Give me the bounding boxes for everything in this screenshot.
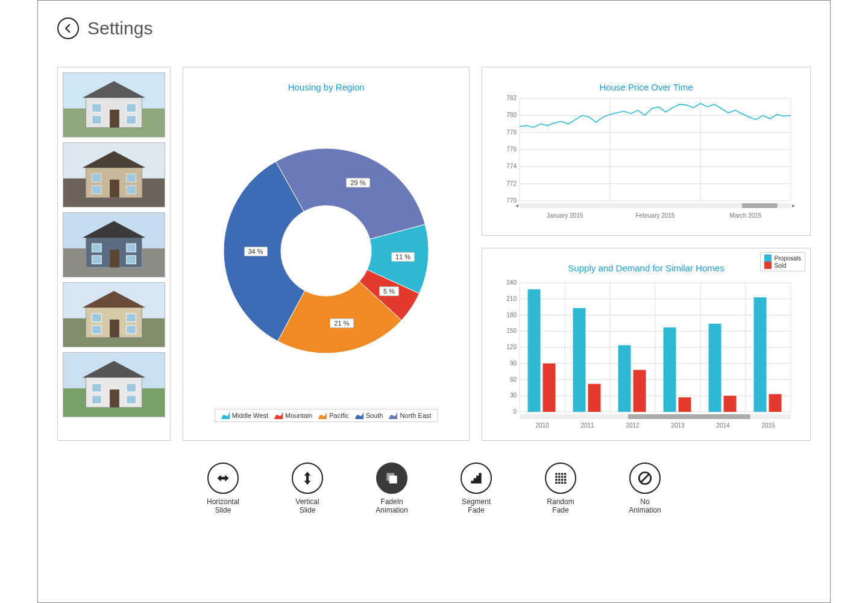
animation-segment-button[interactable]: SegmentFade: [449, 463, 503, 515]
house-illustration-icon: [63, 73, 165, 137]
bar[interactable]: [724, 396, 737, 412]
donut-slice-label: 11 %: [391, 252, 415, 262]
y-tick-label: 240: [506, 279, 517, 286]
bar-title: Supply and Demand for Similar Homes: [568, 263, 724, 273]
animation-label: SegmentFade: [462, 497, 491, 515]
svg-rect-88: [561, 482, 563, 484]
svg-rect-79: [558, 476, 560, 478]
x-tick-label: February 2015: [635, 212, 675, 219]
scroll-arrow-left-icon[interactable]: ◂: [515, 202, 518, 209]
svg-rect-84: [561, 479, 563, 481]
y-tick-label: 120: [506, 344, 517, 350]
scroll-arrow-right-icon[interactable]: ▸: [792, 202, 795, 209]
svg-rect-13: [110, 180, 119, 198]
legend-label: Proposals: [775, 255, 801, 262]
legend-label: Sold: [775, 262, 787, 269]
y-tick-label: 60: [510, 376, 517, 383]
animation-icon-circle: [629, 463, 661, 494]
donut-slice[interactable]: [276, 148, 426, 239]
x-tick-label: March 2015: [730, 212, 762, 219]
thumbnail-1[interactable]: [63, 72, 165, 137]
x-tick-label: 2013: [671, 422, 685, 429]
bar[interactable]: [754, 297, 767, 412]
bar[interactable]: [709, 324, 722, 412]
animation-fadein-button[interactable]: FadeInAnimation: [365, 463, 419, 515]
bar-legend: ProposalsSold: [760, 252, 805, 271]
legend-swatch-icon: [355, 412, 363, 419]
svg-rect-16: [92, 186, 101, 194]
svg-rect-82: [555, 479, 557, 481]
house-illustration-icon: [63, 353, 165, 417]
svg-rect-4: [110, 110, 119, 128]
legend-label: Pacific: [329, 412, 348, 419]
legend-swatch-icon: [318, 412, 327, 419]
x-tick-label: 2015: [761, 422, 775, 429]
legend-item[interactable]: Pacific: [318, 412, 348, 419]
animation-toolbar: HorizontalSlide VerticalSlide FadeInAnim…: [38, 441, 830, 527]
house-illustration-icon: [63, 283, 165, 347]
animation-label: NoAnimation: [629, 497, 661, 515]
arrows-horizontal-icon: [215, 470, 231, 486]
bar[interactable]: [528, 289, 541, 412]
svg-rect-5: [92, 104, 101, 112]
thumbnail-5[interactable]: [63, 352, 165, 417]
legend-label: Middle West: [232, 412, 268, 419]
legend-item[interactable]: Middle West: [221, 412, 268, 419]
back-button[interactable]: [57, 17, 79, 39]
svg-rect-23: [92, 244, 101, 252]
legend-item[interactable]: North East: [389, 412, 431, 419]
bar-legend-item[interactable]: Proposals: [764, 254, 801, 262]
bar[interactable]: [769, 394, 782, 412]
bar[interactable]: [618, 345, 631, 412]
svg-rect-85: [564, 479, 566, 481]
svg-rect-74: [555, 473, 557, 475]
donut-legend: Middle WestMountainPacificSouthNorth Eas…: [215, 409, 438, 422]
legend-item[interactable]: South: [355, 412, 383, 419]
svg-rect-26: [127, 256, 136, 264]
bar[interactable]: [634, 370, 646, 412]
bar[interactable]: [543, 364, 556, 412]
bar[interactable]: [664, 327, 676, 412]
svg-rect-87: [558, 482, 560, 484]
bar-chart: 0306090120150180210240201020112012201320…: [495, 273, 797, 436]
svg-rect-35: [127, 326, 136, 334]
thumbnail-3[interactable]: [63, 212, 165, 277]
h-scroll-thumb[interactable]: [628, 414, 750, 419]
y-tick-label: 210: [506, 295, 517, 302]
animation-none-button[interactable]: NoAnimation: [618, 463, 672, 515]
stairs-icon: [468, 470, 484, 486]
thumbnail-list: [57, 67, 171, 441]
svg-rect-73: [389, 476, 397, 484]
donut-chart: 11 %5 %21 %34 %29 %: [183, 92, 469, 409]
header-bar: Settings: [38, 1, 830, 49]
donut-slice-label: 29 %: [346, 178, 370, 188]
animation-icon-circle: [461, 463, 492, 494]
svg-rect-40: [110, 390, 119, 408]
line-chart: 770772774776778780782January 2015Februar…: [495, 92, 797, 231]
animation-label: VerticalSlide: [295, 497, 319, 515]
bar-legend-item[interactable]: Sold: [764, 262, 801, 269]
legend-item[interactable]: Mountain: [274, 412, 312, 419]
svg-rect-7: [92, 116, 101, 124]
bar[interactable]: [588, 384, 601, 412]
thumbnail-4[interactable]: [63, 282, 165, 347]
svg-rect-86: [555, 482, 557, 484]
svg-rect-89: [564, 482, 566, 484]
bar[interactable]: [573, 308, 586, 412]
donut-slice-label: 34 %: [244, 247, 268, 256]
svg-rect-75: [558, 473, 560, 475]
animation-horizontal-button[interactable]: HorizontalSlide: [196, 463, 250, 515]
animation-vertical-button[interactable]: VerticalSlide: [280, 463, 335, 515]
bar[interactable]: [679, 397, 691, 412]
arrow-left-icon: [63, 23, 74, 34]
svg-rect-15: [127, 174, 136, 182]
animation-random-button[interactable]: RandomFade: [533, 463, 588, 515]
x-tick-label: 2010: [535, 422, 549, 429]
thumbnail-2[interactable]: [63, 142, 165, 207]
svg-rect-14: [92, 174, 101, 182]
y-tick-label: 0: [513, 408, 517, 415]
y-tick-label: 772: [506, 180, 517, 187]
y-tick-label: 180: [506, 312, 517, 318]
h-scroll-thumb[interactable]: [742, 203, 778, 208]
animation-label: FadeInAnimation: [376, 497, 407, 515]
